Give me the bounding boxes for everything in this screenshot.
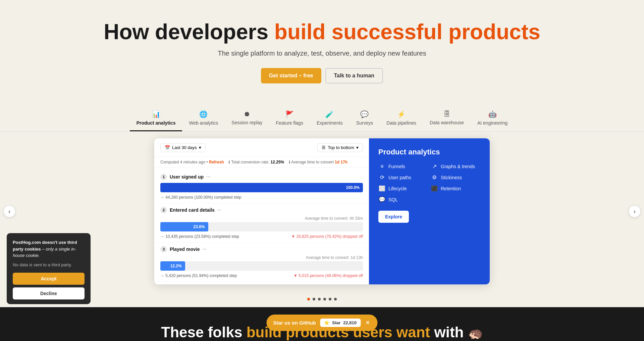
step-completed-1: → 44,260 persons (100.00%) completed ste… (160, 195, 241, 200)
dot-3[interactable] (323, 298, 326, 300)
tab-label-session-replay: Session replay (231, 120, 262, 125)
step-stats-1: → 44,260 persons (100.00%) completed ste… (160, 195, 363, 200)
explore-button[interactable]: Explore (378, 211, 409, 223)
step-completed-3: → 5,420 persons (51.94%) completed step (160, 273, 237, 278)
funnel-step-3: 3 Played movie ··· Average time to conve… (154, 243, 369, 282)
step-dots-3: ··· (203, 247, 207, 252)
step-num-3: 3 (160, 246, 167, 253)
funnel-meta: Computed 4 minutes ago • Refresh ℹ Total… (154, 157, 369, 167)
step-header-3: 3 Played movie ··· (160, 246, 363, 253)
step-num-1: 1 (160, 174, 167, 180)
tab-data-warehouse[interactable]: 🗄Data warehouse (423, 107, 471, 131)
avg-time-label: Average time to convert (291, 160, 334, 164)
step-bar-bg-1: 100.0% (160, 183, 363, 192)
funnel-step-1: 1 User signed up ··· 100.0% → 44,260 per… (154, 170, 369, 203)
tab-session-replay[interactable]: ⏺Session replay (225, 107, 269, 131)
hero-title-highlight: build successful products (274, 20, 540, 44)
step-bar-bg-2: 23.6% (160, 222, 363, 231)
tab-icon-data-pipelines: ⚡ (397, 110, 406, 118)
sort-chevron-icon: ▾ (356, 145, 359, 150)
funnel-panel: 📅 Last 30 days ▾ ☰ Top to bottom ▾ Compu… (154, 138, 369, 284)
avg-time-icon: ℹ (289, 160, 290, 164)
feature-label-6: SQL (388, 197, 398, 202)
bottom-title-end: with (430, 324, 464, 340)
dot-4[interactable] (329, 298, 331, 300)
dot-indicators (0, 291, 644, 307)
tab-feature-flags[interactable]: 🚩Feature flags (269, 107, 310, 131)
step-num-2: 2 (160, 207, 167, 213)
feature-label-5: Retention (441, 186, 461, 191)
tab-icon-product-analytics: 📊 (152, 110, 160, 118)
hero-section: How developers build successful products… (0, 0, 644, 107)
feature-icon-4: ⬜ (378, 185, 386, 192)
dot-2[interactable] (318, 298, 321, 300)
step-dots-2: ··· (217, 207, 221, 213)
info-icon: ℹ (228, 160, 230, 164)
analytics-features: ≡Funnels↗Graphs & trends⟳User paths⚙Stic… (378, 163, 480, 203)
talk-to-human-button[interactable]: Talk to a human (325, 68, 383, 83)
feature-item-0: ≡Funnels (378, 163, 428, 169)
tab-web-analytics[interactable]: 🌐Web analytics (182, 107, 225, 131)
funnel-steps: 1 User signed up ··· 100.0% → 44,260 per… (154, 167, 369, 284)
chevron-down-icon: ▾ (199, 145, 201, 150)
conversion-label: Total conversion rate: (231, 160, 269, 164)
next-arrow[interactable]: › (629, 205, 641, 217)
star-count: 22,810 (343, 320, 357, 325)
feature-item-4: ⬜Lifecycle (378, 185, 428, 192)
prev-arrow[interactable]: ‹ (3, 205, 15, 217)
step-avg-3: Average time to convert: 1d 13h (160, 255, 363, 260)
tab-label-web-analytics: Web analytics (189, 120, 218, 126)
step-dropped-2: ▼ 33,825 persons (76.42%) dropped off (291, 234, 363, 239)
sort-button[interactable]: ☰ Top to bottom ▾ (317, 143, 363, 152)
avg-time-value: 1d 17h (335, 160, 347, 164)
calendar-icon: 📅 (165, 145, 170, 150)
feature-icon-2: ⟳ (378, 174, 386, 181)
feature-icon-3: ⚙ (431, 174, 438, 181)
tabs-navigation: 📊Product analytics🌐Web analytics⏺Session… (0, 107, 644, 132)
feature-icon-1: ↗ (431, 163, 438, 169)
cookie-decline-button[interactable]: Decline (13, 287, 85, 299)
step-stats-2: → 10,435 persons (23.58%) completed step… (160, 234, 363, 239)
tab-data-pipelines[interactable]: ⚡Data pipelines (380, 107, 423, 131)
cookie-note: No data is sent to a third party. (13, 262, 85, 268)
star-icon: ⭐ (324, 320, 329, 325)
tab-ai-engineering[interactable]: 🤖AI engineering (471, 107, 514, 131)
dot-0[interactable] (307, 298, 310, 300)
hero-title: How developers build successful products (7, 20, 637, 44)
github-star-box[interactable]: ⭐ Star 22,810 (320, 319, 361, 327)
refresh-link[interactable]: Refresh (209, 160, 224, 164)
step-header-2: 2 Entered card details ··· (160, 207, 363, 213)
close-banner-button[interactable]: × (365, 319, 371, 326)
tab-label-ai-engineering: AI engineering (477, 120, 507, 126)
get-started-button[interactable]: Get started – free (261, 68, 321, 83)
sort-icon: ☰ (322, 145, 326, 150)
step-avg-2: Average time to convert: 4h 33m (160, 216, 363, 221)
dot-1[interactable] (313, 298, 315, 300)
tab-experiments[interactable]: 🧪Experiments (310, 107, 350, 131)
sort-label: Top to bottom (328, 145, 354, 150)
tab-surveys[interactable]: 💬Surveys (350, 107, 380, 131)
tab-product-analytics[interactable]: 📊Product analytics (130, 107, 182, 131)
feature-label-2: User paths (388, 175, 411, 180)
tab-label-data-pipelines: Data pipelines (386, 120, 416, 126)
feature-label-3: Stickiness (441, 175, 462, 180)
cookie-accept-button[interactable]: Accept (13, 273, 85, 285)
step-dots-1: ··· (206, 174, 210, 180)
demo-container: 📅 Last 30 days ▾ ☰ Top to bottom ▾ Compu… (154, 138, 490, 284)
feature-item-1: ↗Graphs & trends (431, 163, 480, 169)
feature-icon-5: ⬛ (431, 185, 438, 192)
tab-label-data-warehouse: Data warehouse (430, 120, 464, 125)
date-range-button[interactable]: 📅 Last 30 days ▾ (160, 143, 206, 152)
star-label: Star (332, 320, 340, 325)
feature-icon-6: 💬 (378, 196, 386, 203)
analytics-panel-title: Product analytics (378, 148, 480, 156)
step-dropped-3: ▼ 5,015 persons (48.06%) dropped off (293, 273, 363, 278)
step-name-1: User signed up (170, 174, 204, 180)
brand-logo: 🦔 (468, 326, 483, 340)
feature-icon-0: ≡ (378, 163, 386, 169)
tab-label-product-analytics: Product analytics (137, 120, 176, 126)
step-bar-fill-3: 12.2% (160, 261, 185, 271)
dot-5[interactable] (334, 298, 337, 300)
feature-item-5: ⬛Retention (431, 185, 480, 192)
github-banner: Star us on GitHub ⭐ Star 22,810 × (266, 315, 377, 331)
